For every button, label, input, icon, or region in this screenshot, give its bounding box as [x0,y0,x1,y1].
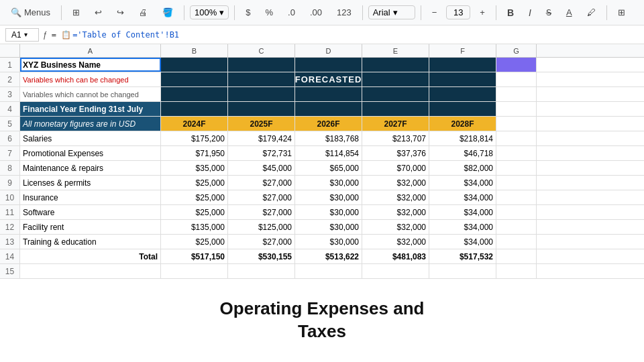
cell-e1[interactable] [362,58,429,72]
cell-f1[interactable] [429,58,496,72]
cell-b11[interactable]: $25,000 [161,205,228,219]
cell-g15[interactable] [496,264,537,278]
font-selector[interactable]: Arial ▾ [368,5,415,19]
zoom-control[interactable]: 100% ▾ [190,5,229,19]
cell-d4[interactable] [295,102,362,116]
cell-c4[interactable] [228,102,295,116]
cell-g8[interactable] [496,161,537,175]
cell-c12[interactable]: $125,000 [228,220,295,234]
cell-f7[interactable]: $46,718 [429,146,496,160]
cell-b3[interactable] [161,87,228,101]
cell-b13[interactable]: $25,000 [161,235,228,249]
cell-d3[interactable] [295,87,362,101]
redo-button[interactable]: ↪ [111,5,129,20]
cell-e5[interactable]: 2027F [362,117,429,131]
col-header-f[interactable]: F [429,44,496,57]
highlight-button[interactable]: 🖊 [582,5,601,20]
cell-g11[interactable] [496,205,537,219]
cell-d12[interactable]: $30,000 [295,220,362,234]
cell-f6[interactable]: $218,814 [429,131,496,145]
cell-e13[interactable]: $32,000 [362,235,429,249]
cell-f3[interactable] [429,87,496,101]
col-header-c[interactable]: C [228,44,295,57]
italic-button[interactable]: I [523,5,537,21]
underline-button[interactable]: A [561,5,578,20]
cell-g10[interactable] [496,190,537,204]
cell-d6[interactable]: $183,768 [295,131,362,145]
menus-button[interactable]: 🔍 Menus [5,5,56,20]
cell-d8[interactable]: $65,000 [295,161,362,175]
cell-e14[interactable]: $481,083 [362,249,429,263]
undo-button[interactable]: ↩ [89,5,107,20]
cell-a11[interactable]: Software [20,205,161,219]
cell-e12[interactable]: $32,000 [362,220,429,234]
cell-b14[interactable]: $517,150 [161,249,228,263]
col-header-a[interactable]: A [20,44,161,57]
cell-b10[interactable]: $25,000 [161,190,228,204]
strikethrough-button[interactable]: S̶ [541,5,557,20]
percent-button[interactable]: % [260,5,279,20]
cell-b4[interactable] [161,102,228,116]
bold-button[interactable]: B [502,5,519,21]
currency-button[interactable]: $ [240,5,256,20]
cell-g14[interactable] [496,249,537,263]
font-size-decrease-button[interactable]: − [427,5,443,20]
cell-a12[interactable]: Facility rent [20,220,161,234]
cell-a7[interactable]: Promotional Expenses [20,146,161,160]
cell-d5[interactable]: 2026F [295,117,362,131]
cell-a14[interactable]: Total [20,249,161,263]
cell-a6[interactable]: Salaries [20,131,161,145]
cell-a13[interactable]: Training & education [20,235,161,249]
cell-d14[interactable]: $513,622 [295,249,362,263]
cell-g3[interactable] [496,87,537,101]
format123-button[interactable]: 123 [331,5,357,20]
cell-a8[interactable]: Maintenance & repairs [20,161,161,175]
cell-b9[interactable]: $25,000 [161,176,228,190]
col-header-b[interactable]: B [161,44,228,57]
cell-d1[interactable] [295,58,362,72]
cell-g4[interactable] [496,102,537,116]
cell-c13[interactable]: $27,000 [228,235,295,249]
cell-b7[interactable]: $71,950 [161,146,228,160]
cell-f9[interactable]: $34,000 [429,176,496,190]
cell-d11[interactable]: $30,000 [295,205,362,219]
cell-a15[interactable] [20,264,161,278]
cell-g1[interactable] [496,58,537,72]
cell-e15[interactable] [362,264,429,278]
cell-f5[interactable]: 2028F [429,117,496,131]
cell-d7[interactable]: $114,854 [295,146,362,160]
cell-e9[interactable]: $32,000 [362,176,429,190]
col-header-d[interactable]: D [295,44,362,57]
paint-button[interactable]: 🪣 [157,5,178,20]
cell-a4[interactable]: Financial Year Ending 31st July [20,102,161,116]
cell-e2[interactable] [362,72,429,86]
cell-c5[interactable]: 2025F [228,117,295,131]
cell-b8[interactable]: $35,000 [161,161,228,175]
cell-g7[interactable] [496,146,537,160]
font-size-increase-button[interactable]: + [474,5,490,20]
cell-b5[interactable]: 2024F [161,117,228,131]
borders-button[interactable]: ⊞ [612,5,631,20]
cell-g5[interactable] [496,117,537,131]
cell-f4[interactable] [429,102,496,116]
cell-a1[interactable]: XYZ Business Name [20,58,161,72]
cell-c6[interactable]: $179,424 [228,131,295,145]
cell-f12[interactable]: $34,000 [429,220,496,234]
cell-g2[interactable] [496,72,537,86]
cell-e4[interactable] [362,102,429,116]
cell-c3[interactable] [228,87,295,101]
cell-b6[interactable]: $175,200 [161,131,228,145]
cell-g9[interactable] [496,176,537,190]
cell-e8[interactable]: $70,000 [362,161,429,175]
cell-c10[interactable]: $27,000 [228,190,295,204]
cell-f8[interactable]: $82,000 [429,161,496,175]
cell-e10[interactable]: $32,000 [362,190,429,204]
cell-f10[interactable]: $34,000 [429,190,496,204]
cell-c15[interactable] [228,264,295,278]
cell-g12[interactable] [496,220,537,234]
cell-f15[interactable] [429,264,496,278]
col-header-e[interactable]: E [362,44,429,57]
cell-c9[interactable]: $27,000 [228,176,295,190]
cell-f14[interactable]: $517,532 [429,249,496,263]
cell-d13[interactable]: $30,000 [295,235,362,249]
